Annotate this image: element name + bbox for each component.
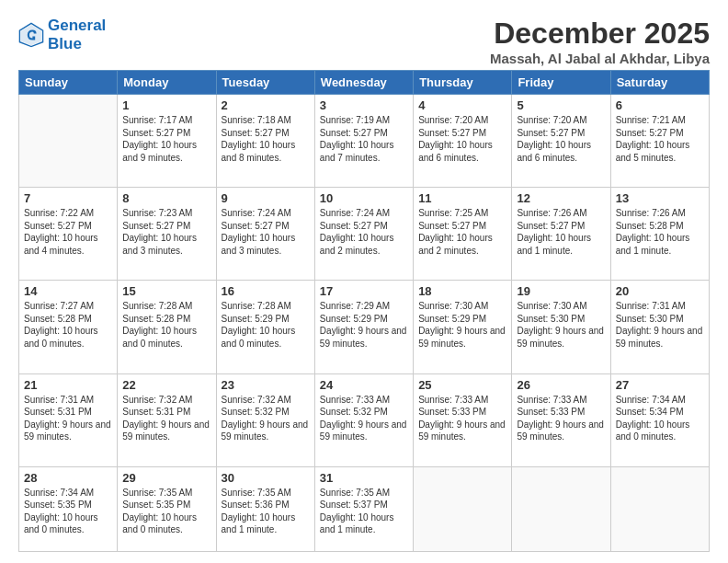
day-number: 30 — [222, 471, 310, 485]
calendar-day-header: Wednesday — [314, 71, 413, 95]
calendar-cell: 12Sunrise: 7:26 AMSunset: 5:27 PMDayligh… — [512, 188, 610, 281]
cell-text: Sunrise: 7:35 AMSunset: 5:35 PMDaylight:… — [122, 487, 210, 536]
page: General Blue December 2025 Massah, Al Ja… — [0, 0, 728, 563]
calendar-week-row: 1Sunrise: 7:17 AMSunset: 5:27 PMDaylight… — [19, 95, 710, 188]
cell-text: Sunrise: 7:26 AMSunset: 5:27 PMDaylight:… — [517, 207, 605, 257]
calendar-day-header: Friday — [512, 71, 610, 95]
day-number: 5 — [517, 98, 605, 112]
calendar-week-row: 14Sunrise: 7:27 AMSunset: 5:28 PMDayligh… — [19, 281, 710, 373]
header: General Blue December 2025 Massah, Al Ja… — [18, 17, 710, 66]
cell-text: Sunrise: 7:35 AMSunset: 5:37 PMDaylight:… — [320, 487, 408, 536]
calendar-cell: 15Sunrise: 7:28 AMSunset: 5:28 PMDayligh… — [118, 281, 216, 373]
calendar-day-header: Monday — [118, 71, 216, 95]
cell-text: Sunrise: 7:31 AMSunset: 5:30 PMDaylight:… — [616, 300, 704, 350]
cell-text: Sunrise: 7:23 AMSunset: 5:27 PMDaylight:… — [122, 207, 210, 257]
calendar-cell: 3Sunrise: 7:19 AMSunset: 5:27 PMDaylight… — [314, 95, 413, 188]
day-number: 27 — [616, 378, 704, 392]
calendar-cell: 2Sunrise: 7:18 AMSunset: 5:27 PMDaylight… — [216, 95, 314, 188]
calendar-cell: 16Sunrise: 7:28 AMSunset: 5:29 PMDayligh… — [216, 281, 314, 373]
calendar-week-row: 21Sunrise: 7:31 AMSunset: 5:31 PMDayligh… — [19, 373, 710, 466]
calendar-cell: 27Sunrise: 7:34 AMSunset: 5:34 PMDayligh… — [610, 373, 709, 466]
day-number: 19 — [517, 284, 605, 298]
day-number: 3 — [320, 98, 408, 112]
cell-text: Sunrise: 7:30 AMSunset: 5:30 PMDaylight:… — [517, 300, 605, 350]
cell-text: Sunrise: 7:34 AMSunset: 5:35 PMDaylight:… — [24, 487, 112, 536]
cell-text: Sunrise: 7:24 AMSunset: 5:27 PMDaylight:… — [222, 207, 310, 257]
calendar-table: SundayMondayTuesdayWednesdayThursdayFrid… — [18, 70, 710, 552]
cell-text: Sunrise: 7:21 AMSunset: 5:27 PMDaylight:… — [616, 114, 704, 164]
cell-text: Sunrise: 7:22 AMSunset: 5:27 PMDaylight:… — [24, 207, 112, 257]
cell-text: Sunrise: 7:33 AMSunset: 5:33 PMDaylight:… — [418, 394, 506, 443]
calendar-cell: 1Sunrise: 7:17 AMSunset: 5:27 PMDaylight… — [118, 95, 216, 188]
subtitle: Massah, Al Jabal al Akhdar, Libya — [490, 51, 710, 66]
cell-text: Sunrise: 7:27 AMSunset: 5:28 PMDaylight:… — [24, 300, 112, 350]
day-number: 20 — [616, 284, 704, 298]
calendar-cell: 22Sunrise: 7:32 AMSunset: 5:31 PMDayligh… — [118, 373, 216, 466]
day-number: 14 — [24, 284, 112, 298]
day-number: 7 — [24, 191, 112, 205]
calendar-cell: 25Sunrise: 7:33 AMSunset: 5:33 PMDayligh… — [414, 373, 512, 466]
day-number: 18 — [418, 284, 506, 298]
calendar-cell: 8Sunrise: 7:23 AMSunset: 5:27 PMDaylight… — [118, 188, 216, 281]
calendar-cell — [610, 466, 709, 551]
title-section: December 2025 Massah, Al Jabal al Akhdar… — [490, 17, 710, 66]
calendar-week-row: 28Sunrise: 7:34 AMSunset: 5:35 PMDayligh… — [19, 466, 710, 551]
cell-text: Sunrise: 7:19 AMSunset: 5:27 PMDaylight:… — [320, 114, 408, 164]
calendar-cell: 6Sunrise: 7:21 AMSunset: 5:27 PMDaylight… — [610, 95, 709, 188]
calendar-cell: 28Sunrise: 7:34 AMSunset: 5:35 PMDayligh… — [19, 466, 118, 551]
cell-text: Sunrise: 7:28 AMSunset: 5:29 PMDaylight:… — [222, 300, 310, 350]
cell-text: Sunrise: 7:32 AMSunset: 5:31 PMDaylight:… — [122, 394, 210, 443]
cell-text: Sunrise: 7:25 AMSunset: 5:27 PMDaylight:… — [418, 207, 506, 257]
calendar-cell: 21Sunrise: 7:31 AMSunset: 5:31 PMDayligh… — [19, 373, 118, 466]
cell-text: Sunrise: 7:32 AMSunset: 5:32 PMDaylight:… — [222, 394, 310, 443]
day-number: 12 — [517, 191, 605, 205]
cell-text: Sunrise: 7:24 AMSunset: 5:27 PMDaylight:… — [320, 207, 408, 257]
logo: General Blue — [18, 17, 106, 52]
day-number: 24 — [320, 378, 408, 392]
cell-text: Sunrise: 7:26 AMSunset: 5:28 PMDaylight:… — [616, 207, 704, 257]
calendar-week-row: 7Sunrise: 7:22 AMSunset: 5:27 PMDaylight… — [19, 188, 710, 281]
day-number: 16 — [222, 284, 310, 298]
day-number: 2 — [222, 98, 310, 112]
cell-text: Sunrise: 7:20 AMSunset: 5:27 PMDaylight:… — [418, 114, 506, 164]
calendar-cell: 26Sunrise: 7:33 AMSunset: 5:33 PMDayligh… — [512, 373, 610, 466]
day-number: 23 — [222, 378, 310, 392]
calendar-cell: 30Sunrise: 7:35 AMSunset: 5:36 PMDayligh… — [216, 466, 314, 551]
calendar-cell: 31Sunrise: 7:35 AMSunset: 5:37 PMDayligh… — [314, 466, 413, 551]
calendar-day-header: Tuesday — [216, 71, 314, 95]
calendar-cell: 4Sunrise: 7:20 AMSunset: 5:27 PMDaylight… — [414, 95, 512, 188]
day-number: 28 — [24, 471, 112, 485]
calendar-cell: 19Sunrise: 7:30 AMSunset: 5:30 PMDayligh… — [512, 281, 610, 373]
day-number: 10 — [320, 191, 408, 205]
day-number: 21 — [24, 378, 112, 392]
day-number: 26 — [517, 378, 605, 392]
calendar-day-header: Saturday — [610, 71, 709, 95]
day-number: 22 — [122, 378, 210, 392]
calendar-day-header: Sunday — [19, 71, 118, 95]
calendar-cell: 11Sunrise: 7:25 AMSunset: 5:27 PMDayligh… — [414, 188, 512, 281]
cell-text: Sunrise: 7:17 AMSunset: 5:27 PMDaylight:… — [122, 114, 210, 164]
day-number: 4 — [418, 98, 506, 112]
day-number: 11 — [418, 191, 506, 205]
calendar-cell: 7Sunrise: 7:22 AMSunset: 5:27 PMDaylight… — [19, 188, 118, 281]
calendar-cell — [512, 466, 610, 551]
calendar-cell: 9Sunrise: 7:24 AMSunset: 5:27 PMDaylight… — [216, 188, 314, 281]
main-title: December 2025 — [490, 17, 710, 51]
day-number: 6 — [616, 98, 704, 112]
cell-text: Sunrise: 7:34 AMSunset: 5:34 PMDaylight:… — [616, 394, 704, 443]
cell-text: Sunrise: 7:30 AMSunset: 5:29 PMDaylight:… — [418, 300, 506, 350]
calendar-cell: 13Sunrise: 7:26 AMSunset: 5:28 PMDayligh… — [610, 188, 709, 281]
calendar-cell: 29Sunrise: 7:35 AMSunset: 5:35 PMDayligh… — [118, 466, 216, 551]
calendar-cell: 14Sunrise: 7:27 AMSunset: 5:28 PMDayligh… — [19, 281, 118, 373]
day-number: 15 — [122, 284, 210, 298]
cell-text: Sunrise: 7:29 AMSunset: 5:29 PMDaylight:… — [320, 300, 408, 350]
cell-text: Sunrise: 7:31 AMSunset: 5:31 PMDaylight:… — [24, 394, 112, 443]
calendar-cell — [414, 466, 512, 551]
logo-icon — [18, 22, 44, 48]
cell-text: Sunrise: 7:35 AMSunset: 5:36 PMDaylight:… — [222, 487, 310, 536]
day-number: 9 — [222, 191, 310, 205]
calendar-cell: 24Sunrise: 7:33 AMSunset: 5:32 PMDayligh… — [314, 373, 413, 466]
cell-text: Sunrise: 7:33 AMSunset: 5:33 PMDaylight:… — [517, 394, 605, 443]
day-number: 25 — [418, 378, 506, 392]
day-number: 13 — [616, 191, 704, 205]
